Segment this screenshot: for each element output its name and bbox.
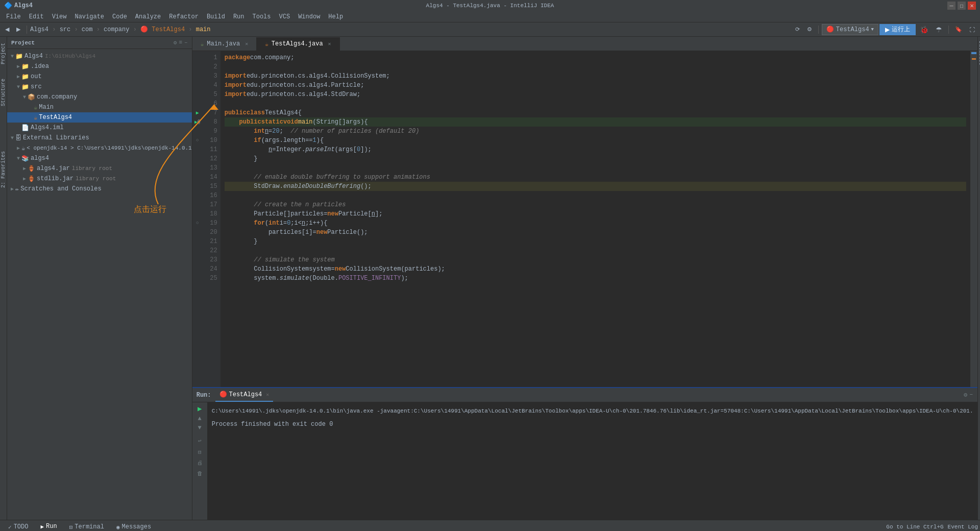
menu-run[interactable]: Run	[229, 12, 249, 21]
testalgs4-label: TestAlgs4	[39, 114, 72, 121]
tree-item-algs4-jar[interactable]: ▶ 🏺 algs4.jar library root	[7, 163, 192, 174]
close-button[interactable]: ✕	[968, 2, 976, 10]
menu-tools[interactable]: Tools	[249, 12, 275, 21]
line8-run-icon[interactable]: ▶@	[192, 117, 203, 127]
tab-testalgs4-java[interactable]: ☕ TestAlgs4.java ✕	[257, 37, 339, 51]
tree-item-main-class[interactable]: ▶ ☕ Main	[7, 102, 192, 112]
run-play-sidebar-icon[interactable]: ▶	[198, 404, 202, 413]
tree-item-jdk[interactable]: ▶ ☕ < openjdk-14 > C:\Users\14991\jdks\o…	[7, 143, 192, 153]
menu-refactor[interactable]: Refactor	[165, 12, 203, 21]
goto-line-label[interactable]: Go to Line Ctrl+G	[886, 524, 943, 530]
menu-build[interactable]: Build	[203, 12, 229, 21]
nav-back-button[interactable]: ◀	[2, 24, 12, 35]
sort-icon[interactable]: ≡	[179, 39, 182, 46]
toolbar: ◀ ▶ Algs4 › src › com › company › 🔴 Test…	[0, 22, 980, 37]
stdlib-jar-arrow-icon[interactable]: ▶	[21, 176, 28, 182]
jdk-arrow-icon[interactable]: ▶	[15, 145, 21, 151]
line10-circle-icon[interactable]: ○	[192, 136, 203, 145]
tree-item-package[interactable]: ▼ 📦 com.company	[7, 92, 192, 102]
menu-analyze[interactable]: Analyze	[131, 12, 165, 21]
breadcrumb-com[interactable]: com	[82, 26, 93, 33]
breadcrumb-company[interactable]: company	[104, 26, 129, 33]
structure-tab-label[interactable]: Structure	[0, 77, 7, 108]
main-class-label: Main	[39, 104, 54, 111]
menu-navigate[interactable]: Navigate	[70, 12, 108, 21]
breadcrumb-main[interactable]: main	[196, 26, 211, 33]
nav-fwd-button[interactable]: ▶	[13, 24, 23, 35]
menu-help[interactable]: Help	[324, 12, 347, 21]
gear-settings-icon[interactable]: ⚙	[174, 39, 177, 46]
run-config-selector[interactable]: 🔴 TestAlgs4 ▼	[822, 24, 878, 35]
run-wrap-icon[interactable]: ↩	[198, 438, 202, 444]
algs4-lib-arrow-icon[interactable]: ▼	[15, 155, 21, 161]
breadcrumb-src[interactable]: src	[60, 26, 71, 33]
ext-lib-icon: 🗄	[15, 134, 21, 142]
menu-file[interactable]: File	[2, 12, 25, 21]
menu-view[interactable]: View	[48, 12, 71, 21]
code-text-area[interactable]: package com.company; import edu.princeto…	[220, 51, 970, 387]
favorites-tab-label[interactable]: 2: Favorites	[0, 149, 7, 190]
tab-todo[interactable]: ✓ TODO	[2, 521, 34, 531]
idea-arrow-icon[interactable]: ▶	[15, 63, 21, 69]
expand-button[interactable]: ⛶	[966, 24, 978, 35]
event-log-label[interactable]: Event Log	[948, 524, 978, 530]
minimize-button[interactable]: ─	[947, 2, 955, 10]
run-tab-testalgs4[interactable]: 🔴 TestAlgs4 ✕	[215, 388, 274, 402]
ext-lib-arrow-icon[interactable]: ▼	[9, 135, 15, 141]
collapse-icon[interactable]: –	[184, 39, 188, 46]
run-button[interactable]: ▶ 运行上	[879, 24, 916, 35]
breadcrumb-testalgs4[interactable]: 🔴 TestAlgs4	[140, 26, 185, 33]
run-print-icon[interactable]: 🖨	[197, 460, 203, 466]
package-arrow-icon[interactable]: ▼	[21, 94, 28, 100]
run-filter-icon[interactable]: ⊟	[198, 449, 202, 455]
scratches-arrow-icon[interactable]: ▶	[9, 186, 15, 192]
tree-item-scratches[interactable]: ▶ ✏ Scratches and Consoles	[7, 184, 192, 194]
run-clear-icon[interactable]: 🗑	[197, 470, 203, 477]
menu-window[interactable]: Window	[294, 12, 324, 21]
breadcrumb-algs4[interactable]: Algs4	[30, 26, 48, 33]
run-down-icon[interactable]: ▼	[198, 424, 202, 431]
menu-vcs[interactable]: VCS	[275, 12, 295, 21]
run-panel-right-icons: ⚙ –	[964, 391, 973, 399]
coverage-button[interactable]: ☂	[933, 25, 945, 35]
database-tab-label[interactable]: Database	[978, 41, 980, 65]
run-minimize-icon[interactable]: –	[969, 391, 973, 399]
sync-button[interactable]: ⟳	[792, 24, 803, 35]
tree-item-src[interactable]: ▼ 📁 src	[7, 82, 192, 92]
tab-messages[interactable]: ◉ Messages	[110, 521, 157, 531]
maximize-button[interactable]: □	[958, 2, 966, 10]
menu-edit[interactable]: Edit	[25, 12, 48, 21]
run-settings-icon[interactable]: ⚙	[964, 391, 967, 399]
settings-icon[interactable]: ⚙	[804, 24, 815, 35]
line19-circle-icon[interactable]: ○	[192, 219, 203, 228]
project-panel-title: Project	[11, 40, 35, 46]
tree-item-iml[interactable]: ▶ 📄 Algs4.iml	[7, 123, 192, 133]
root-collapse-icon[interactable]: ▼	[9, 53, 15, 59]
tab-run[interactable]: ▶ Run	[34, 521, 63, 531]
run-tab-close-icon[interactable]: ✕	[266, 392, 269, 398]
tree-item-testalgs4[interactable]: ▶ ☕ TestAlgs4	[7, 112, 192, 123]
tree-item-root[interactable]: ▼ 📁 Algs4 I:\GitHub\Algs4	[7, 51, 192, 61]
code-line-1: package com.company;	[225, 53, 966, 62]
out-arrow-icon[interactable]: ▶	[15, 74, 21, 80]
tree-item-stdlib-jar[interactable]: ▶ 🏺 stdlib.jar library root	[7, 174, 192, 184]
out-label: out	[31, 73, 42, 80]
tree-item-idea[interactable]: ▶ 📁 .idea	[7, 61, 192, 71]
line7-run-icon[interactable]: ▶	[192, 108, 203, 117]
testalgs4-tab-close[interactable]: ✕	[328, 41, 331, 47]
menu-code[interactable]: Code	[108, 12, 131, 21]
tab-main-java[interactable]: ☕ Main.java ✕	[192, 37, 257, 51]
debug-button[interactable]: 🐞	[917, 25, 932, 35]
algs4-jar-arrow-icon[interactable]: ▶	[21, 165, 28, 172]
tree-item-algs4-lib[interactable]: ▼ 📚 algs4	[7, 153, 192, 163]
project-tab-label[interactable]: Project	[0, 41, 7, 66]
bookmark-button[interactable]: 🔖	[952, 24, 965, 35]
tab-terminal[interactable]: ⊡ Terminal	[63, 521, 110, 531]
main-java-tab-close[interactable]: ✕	[245, 41, 248, 47]
src-arrow-icon[interactable]: ▼	[15, 84, 21, 90]
run-up-icon[interactable]: ▲	[198, 415, 202, 422]
tree-item-ext-lib[interactable]: ▼ 🗄 External Libraries	[7, 133, 192, 143]
run-panel: Run: 🔴 TestAlgs4 ✕ ⚙ – ▶ ▲	[192, 387, 977, 520]
src-label: src	[31, 83, 42, 90]
tree-item-out[interactable]: ▶ 📁 out	[7, 71, 192, 82]
